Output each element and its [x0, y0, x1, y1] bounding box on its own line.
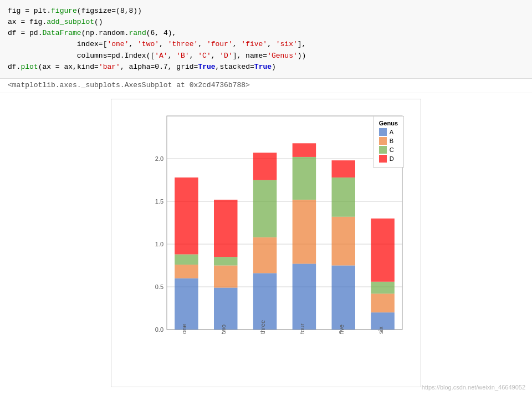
svg-text:1.5: 1.5 [155, 198, 163, 205]
svg-rect-24 [253, 153, 277, 180]
svg-rect-10 [167, 116, 402, 330]
output-line: <matplotlib.axes._subplots.AxesSubplot a… [0, 79, 532, 93]
legend-title: Genus [379, 120, 398, 126]
legend-label: B [390, 138, 393, 144]
svg-rect-12 [175, 265, 198, 278]
svg-rect-19 [214, 200, 238, 257]
legend-label: A [390, 129, 393, 135]
legend-item: B [379, 137, 398, 145]
svg-rect-28 [293, 157, 316, 200]
svg-rect-39 [371, 219, 395, 282]
svg-rect-13 [175, 254, 198, 264]
legend-color [379, 146, 387, 154]
legend-label: D [390, 155, 394, 162]
svg-rect-27 [293, 200, 316, 264]
svg-rect-18 [214, 257, 238, 265]
legend-item: C [379, 146, 398, 154]
svg-text:two: two [220, 325, 227, 334]
svg-rect-11 [175, 278, 198, 329]
svg-text:2.0: 2.0 [155, 155, 163, 162]
svg-rect-38 [371, 282, 395, 294]
svg-rect-29 [293, 143, 316, 157]
svg-text:0.5: 0.5 [155, 283, 163, 290]
svg-text:one: one [181, 323, 187, 333]
svg-rect-17 [214, 265, 238, 287]
svg-rect-34 [332, 160, 356, 178]
svg-text:three: three [259, 320, 266, 334]
svg-text:four: four [299, 323, 305, 334]
svg-text:0.0: 0.0 [155, 326, 163, 333]
legend-color [379, 128, 387, 136]
svg-rect-32 [332, 217, 356, 266]
chart-area: 0.00.51.01.52.0onetwothreefourfivesix Ge… [0, 93, 532, 387]
legend-color [379, 155, 387, 163]
svg-rect-31 [332, 265, 356, 330]
legend-item: A [379, 128, 398, 136]
watermark: https://blog.csdn.net/weixin_46649052 [422, 384, 525, 391]
chart-svg: 0.00.51.01.52.0onetwothreefourfivesix [142, 110, 411, 349]
svg-rect-37 [371, 293, 395, 312]
svg-rect-14 [175, 178, 198, 255]
svg-rect-22 [253, 237, 277, 274]
plot-area: 0.00.51.01.52.0onetwothreefourfivesix Ge… [142, 110, 410, 353]
svg-rect-23 [253, 180, 277, 237]
code-block: fig = plt.figure(figsize=(8,8)) ax = fig… [0, 0, 532, 79]
svg-text:six: six [377, 326, 384, 334]
svg-text:1.0: 1.0 [155, 241, 163, 247]
svg-rect-16 [214, 287, 238, 329]
svg-text:five: five [338, 325, 345, 334]
svg-rect-33 [332, 178, 356, 217]
legend: Genus A B C D [373, 116, 404, 168]
legend-label: C [390, 146, 394, 153]
svg-rect-26 [293, 264, 316, 330]
legend-item: D [379, 155, 398, 163]
chart-container: 0.00.51.01.52.0onetwothreefourfivesix Ge… [111, 99, 421, 387]
legend-color [379, 137, 387, 145]
